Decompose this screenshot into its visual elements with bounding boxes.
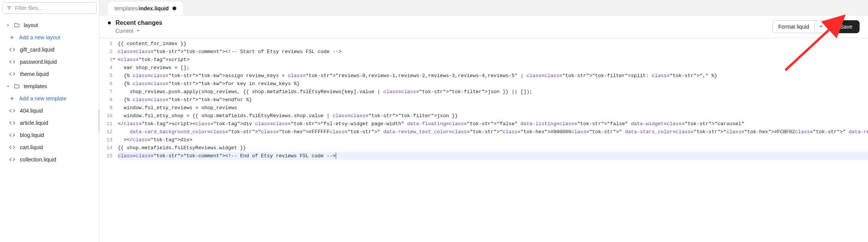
- folder-templates[interactable]: templates: [0, 80, 99, 92]
- add-layout-label: Add a new layout: [19, 34, 60, 40]
- file-label: cart.liquid: [20, 144, 43, 150]
- plus-icon: [9, 96, 15, 101]
- format-liquid-button[interactable]: Format liquid: [772, 20, 815, 33]
- chevron-down-icon: [136, 28, 140, 34]
- file-item[interactable]: blog.liquid: [0, 129, 99, 141]
- file-label: collection.liquid: [20, 156, 56, 163]
- editor-main: templates/index.liquid Recent changes Cu…: [99, 0, 868, 242]
- chevron-down-icon: [6, 84, 10, 88]
- tab-filename: templates/index.liquid: [114, 5, 169, 11]
- version-dropdown[interactable]: Current: [108, 28, 163, 34]
- tab-index-liquid[interactable]: templates/index.liquid: [107, 1, 184, 15]
- file-item[interactable]: collection.liquid: [0, 153, 99, 166]
- folder-label: templates: [24, 83, 47, 89]
- code-icon: [9, 59, 15, 65]
- add-layout-button[interactable]: Add a new layout: [0, 31, 99, 44]
- save-button[interactable]: Save: [833, 20, 860, 33]
- code-icon: [9, 132, 15, 138]
- app-root: layout Add a new layout gift_card.liquid…: [0, 0, 868, 242]
- format-liquid-menu-button[interactable]: [815, 20, 827, 33]
- version-label: Current: [115, 28, 133, 34]
- tab-bar: templates/index.liquid: [99, 0, 868, 15]
- file-filter[interactable]: [2, 2, 97, 14]
- folder-label: layout: [24, 22, 38, 28]
- filter-input[interactable]: [15, 5, 93, 11]
- file-tree: layout Add a new layout gift_card.liquid…: [0, 18, 99, 167]
- file-label: theme.liquid: [20, 71, 49, 77]
- file-item[interactable]: 404.liquid: [0, 105, 99, 117]
- file-sidebar: layout Add a new layout gift_card.liquid…: [0, 0, 99, 242]
- file-item[interactable]: password.liquid: [0, 56, 99, 68]
- code-icon: [9, 156, 15, 163]
- dirty-indicator-icon: [172, 6, 176, 10]
- code-content[interactable]: {{ content_for_index }}class=class="tok-…: [116, 38, 868, 242]
- chevron-down-icon: [819, 24, 823, 30]
- dirty-dot-icon: [108, 21, 111, 24]
- add-template-label: Add a new template: [19, 95, 67, 102]
- file-item[interactable]: article.liquid: [0, 117, 99, 129]
- file-label: article.liquid: [20, 120, 48, 126]
- folder-icon: [14, 83, 20, 89]
- file-label: blog.liquid: [20, 132, 44, 138]
- folder-layout[interactable]: layout: [0, 19, 99, 31]
- add-template-button[interactable]: Add a new template: [0, 92, 99, 105]
- editor-titlebar: Recent changes Current Format liquid: [99, 15, 868, 38]
- code-icon: [9, 71, 15, 77]
- filter-icon: [7, 5, 12, 11]
- code-editor[interactable]: 123456789101112131415 {{ content_for_ind…: [99, 38, 868, 242]
- code-icon: [9, 120, 15, 126]
- code-icon: [9, 108, 15, 114]
- file-item[interactable]: gift_card.liquid: [0, 44, 99, 56]
- folder-icon: [14, 22, 20, 28]
- file-label: gift_card.liquid: [20, 47, 54, 53]
- code-icon: [9, 47, 15, 53]
- plus-icon: [9, 35, 15, 40]
- file-label: 404.liquid: [20, 108, 43, 114]
- line-gutter: 123456789101112131415: [99, 38, 116, 242]
- file-item[interactable]: theme.liquid: [0, 68, 99, 80]
- title-recent-changes: Recent changes: [108, 19, 163, 26]
- chevron-down-icon: [6, 23, 10, 27]
- file-item[interactable]: cart.liquid: [0, 141, 99, 153]
- code-icon: [9, 144, 15, 150]
- file-label: password.liquid: [20, 59, 57, 65]
